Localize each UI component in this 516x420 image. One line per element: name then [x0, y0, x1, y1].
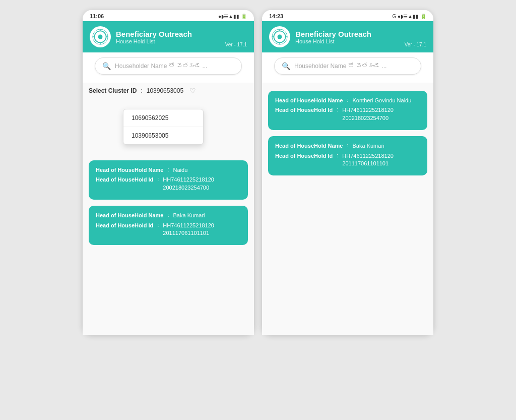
- status-time-2: 14:23: [269, 13, 283, 19]
- card-name-row-1-1: Head of HouseHold Name : Naidu: [96, 166, 241, 174]
- svg-point-9: [278, 35, 282, 39]
- card-value-name-1-1: Naidu: [173, 166, 188, 174]
- household-card-2-1[interactable]: Head of HouseHold Name : Kontheri Govind…: [268, 91, 427, 130]
- battery-icon-1: 🔋: [241, 14, 247, 19]
- header-title-2: Beneficiary Outreach: [295, 30, 400, 38]
- card-colon-id-1-2: :: [157, 222, 159, 237]
- dropdown-item-0[interactable]: 10690562025: [123, 109, 203, 127]
- cluster-label-1: Select Cluster ID: [89, 87, 137, 94]
- search-placeholder-2: Householder Name తో వెతకండి ...: [294, 63, 386, 70]
- header-version-2: Ver - 17.1: [405, 42, 426, 47]
- cluster-heart-1: ♡: [189, 87, 196, 95]
- search-bar-2[interactable]: 🔍 Householder Name తో వెతకండి ...: [274, 57, 421, 75]
- household-card-1-2[interactable]: Head of HouseHold Name : Baka Kumari Hea…: [89, 206, 248, 245]
- card-value-id-1-2: HH74611225218120201117061101101: [163, 222, 214, 237]
- card-value-name-2-2: Baka Kumari: [353, 142, 384, 150]
- cluster-colon-1: :: [141, 87, 142, 94]
- logo-1: [90, 26, 111, 47]
- status-bar-1: 11:06 ●◗☰▲▮▮ 🔋: [83, 10, 254, 21]
- card-label-id-1-2: Head of HouseHold Id: [96, 222, 153, 237]
- main-container: 11:06 ●◗☰▲▮▮ 🔋 Beneficiary Outreach: [0, 0, 516, 420]
- card-value-name-2-1: Kontheri Govindu Naidu: [353, 97, 412, 104]
- card-colon-name-1-1: :: [167, 166, 169, 174]
- card-label-name-1-2: Head of HouseHold Name: [96, 212, 163, 219]
- card-value-name-1-2: Baka Kumari: [173, 212, 205, 219]
- header-1: Beneficiary Outreach House Hold List Ver…: [83, 21, 254, 52]
- card-colon-id-2-2: :: [337, 152, 338, 168]
- card-label-id-2-2: Head of HouseHold Id: [275, 152, 333, 168]
- battery-icon-2: 🔋: [420, 14, 426, 19]
- card-id-row-1-2: Head of HouseHold Id : HH746112252181202…: [96, 222, 241, 237]
- cluster-dropdown-1[interactable]: 10690562025 10390653005: [123, 109, 204, 145]
- logo-svg-2: [272, 29, 288, 45]
- card-label-name-2-1: Head of HouseHold Name: [275, 97, 343, 104]
- content-1: Select Cluster ID : 10390653005 ♡ 106905…: [83, 83, 254, 335]
- card-name-row-2-1: Head of HouseHold Name : Kontheri Govind…: [275, 97, 420, 104]
- logo-2: [269, 26, 290, 47]
- signal-icon-2: G ●◗☰▲▮▮: [393, 14, 419, 19]
- logo-svg-1: [92, 29, 108, 45]
- search-placeholder-1: Householder Name తో వెతకండి ...: [115, 63, 207, 70]
- header-subtitle-2: House Hold List: [295, 38, 400, 44]
- cluster-row-1: Select Cluster ID : 10390653005 ♡: [89, 87, 248, 95]
- header-text-1: Beneficiary Outreach House Hold List: [116, 30, 220, 44]
- status-icons-1: ●◗☰▲▮▮ 🔋: [218, 14, 247, 19]
- household-card-1-1[interactable]: Head of HouseHold Name : Naidu Head of H…: [89, 160, 248, 200]
- header-version-1: Ver - 17.1: [225, 42, 247, 47]
- svg-point-2: [98, 35, 103, 39]
- phone-screen-2: 14:23 G ●◗☰▲▮▮ 🔋 Beneficiary Outrea: [262, 10, 433, 335]
- card-id-row-2-1: Head of HouseHold Id : HH746112252181202…: [275, 106, 420, 122]
- status-bar-2: 14:23 G ●◗☰▲▮▮ 🔋: [262, 10, 433, 21]
- card-value-id-2-2: HH74611225218120201117061101101: [342, 152, 394, 168]
- card-colon-name-2-1: :: [347, 97, 348, 104]
- card-label-name-2-2: Head of HouseHold Name: [275, 142, 343, 150]
- cluster-value-1[interactable]: 10390653005: [147, 87, 183, 94]
- card-value-id-1-1: HH74611225218120200218023254700: [163, 176, 214, 192]
- dropdown-item-1[interactable]: 10390653005: [123, 127, 203, 144]
- signal-icon-1: ●◗☰▲▮▮: [218, 14, 239, 19]
- card-colon-name-2-2: :: [347, 142, 348, 150]
- header-text-2: Beneficiary Outreach House Hold List: [295, 30, 400, 44]
- phone-screen-1: 11:06 ●◗☰▲▮▮ 🔋 Beneficiary Outreach: [83, 10, 254, 335]
- header-title-1: Beneficiary Outreach: [116, 30, 220, 38]
- search-bar-1[interactable]: 🔍 Householder Name తో వెతకండి ...: [95, 57, 242, 75]
- card-label-name-1-1: Head of HouseHold Name: [96, 166, 163, 174]
- status-time-1: 11:06: [90, 13, 104, 19]
- header-subtitle-1: House Hold List: [116, 38, 220, 44]
- household-card-2-2[interactable]: Head of HouseHold Name : Baka Kumari Hea…: [268, 136, 427, 175]
- card-id-row-1-1: Head of HouseHold Id : HH746112252181202…: [96, 176, 241, 192]
- content-2: Head of HouseHold Name : Kontheri Govind…: [262, 83, 433, 335]
- status-icons-2: G ●◗☰▲▮▮ 🔋: [393, 14, 427, 19]
- card-label-id-2-1: Head of HouseHold Id: [275, 106, 333, 122]
- card-name-row-2-2: Head of HouseHold Name : Baka Kumari: [275, 142, 420, 150]
- card-id-row-2-2: Head of HouseHold Id : HH746112252181202…: [275, 152, 420, 168]
- search-icon-2: 🔍: [282, 62, 290, 70]
- search-icon-1: 🔍: [102, 62, 111, 70]
- card-name-row-1-2: Head of HouseHold Name : Baka Kumari: [96, 212, 241, 219]
- card-colon-id-2-1: :: [337, 106, 338, 122]
- card-label-id-1-1: Head of HouseHold Id: [96, 176, 153, 192]
- card-value-id-2-1: HH74611225218120200218023254700: [342, 106, 394, 122]
- card-colon-id-1-1: :: [157, 176, 159, 192]
- card-colon-name-1-2: :: [167, 212, 169, 219]
- header-2: Beneficiary Outreach House Hold List Ver…: [262, 21, 433, 52]
